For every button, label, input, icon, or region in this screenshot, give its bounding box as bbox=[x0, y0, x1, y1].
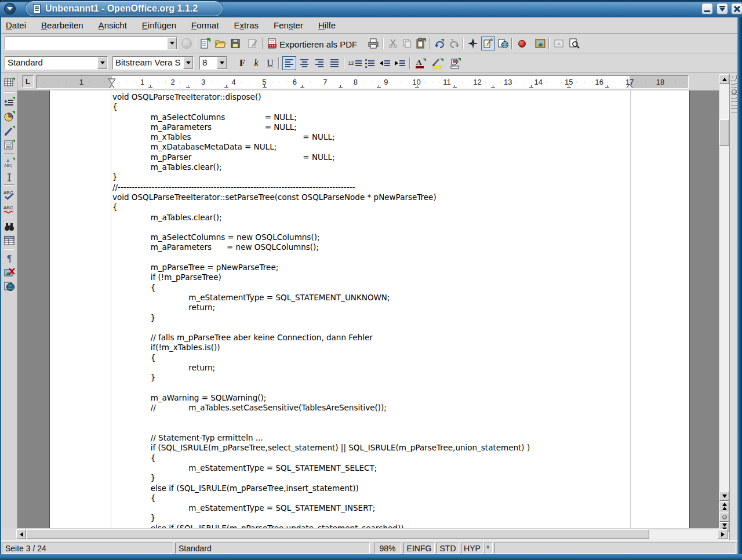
minimize-button[interactable] bbox=[701, 3, 713, 14]
autospellcheck-button[interactable]: ABC bbox=[2, 202, 16, 216]
separator bbox=[344, 57, 345, 69]
bold-button[interactable]: F bbox=[235, 56, 249, 70]
vertical-scrollbar[interactable] bbox=[719, 74, 729, 540]
spellcheck-button[interactable]: ABC bbox=[2, 188, 16, 202]
maximize-button[interactable] bbox=[716, 3, 728, 14]
align-right-button[interactable] bbox=[312, 56, 326, 70]
title-pill: Unbenannt1 - OpenOffice.org 1.1.2 bbox=[26, 1, 223, 16]
align-left-button[interactable] bbox=[282, 56, 296, 70]
previous-page-button[interactable] bbox=[719, 501, 729, 511]
insert-button[interactable] bbox=[2, 95, 16, 109]
menu-item-ansicht[interactable]: Ansicht bbox=[99, 20, 127, 30]
close-button[interactable] bbox=[731, 3, 742, 14]
tab-type-selector[interactable]: L bbox=[22, 75, 34, 88]
status-zoom[interactable]: 98% bbox=[374, 543, 401, 554]
separator bbox=[511, 38, 512, 49]
status-insert-mode[interactable]: EINFG bbox=[403, 543, 435, 554]
page[interactable]: void OSQLParseTreeIterator::dispose() { … bbox=[49, 90, 690, 528]
new-document-button[interactable] bbox=[198, 37, 212, 50]
paste-button[interactable] bbox=[414, 37, 428, 50]
horizontal-scroll-thumb[interactable] bbox=[27, 529, 649, 539]
online-layout-button[interactable] bbox=[2, 279, 16, 293]
insert-icon bbox=[3, 96, 15, 108]
autotext-button[interactable]: AABC bbox=[2, 156, 16, 170]
zoom-button[interactable] bbox=[567, 37, 581, 50]
ruler-tick bbox=[340, 82, 341, 82]
underline-button[interactable]: U bbox=[263, 56, 277, 70]
url-combobox[interactable] bbox=[5, 37, 177, 50]
menu-item-hilfe[interactable]: Hilfe bbox=[318, 20, 336, 30]
form-functions-button[interactable] bbox=[2, 138, 16, 152]
open-button[interactable] bbox=[213, 37, 227, 50]
size-dropdown-button[interactable] bbox=[217, 57, 227, 69]
align-center-button[interactable] bbox=[297, 56, 311, 70]
font-name-combobox[interactable]: Bitstream Vera S bbox=[112, 56, 194, 70]
undo-button[interactable] bbox=[432, 37, 446, 50]
graphics-onoff-button[interactable] bbox=[2, 266, 16, 279]
font-color-button[interactable]: A bbox=[413, 56, 427, 70]
indent-marker-left[interactable] bbox=[108, 78, 116, 89]
background-color-button[interactable] bbox=[448, 56, 462, 70]
navigation-button[interactable] bbox=[719, 512, 729, 522]
find-button[interactable] bbox=[2, 220, 16, 234]
print-button[interactable] bbox=[366, 37, 380, 50]
increase-indent-button[interactable] bbox=[393, 56, 407, 70]
horizontal-scrollbar[interactable] bbox=[16, 529, 728, 540]
vertical-scroll-thumb[interactable] bbox=[719, 119, 729, 146]
scroll-left-button[interactable] bbox=[16, 529, 26, 539]
font-dropdown-button[interactable] bbox=[183, 57, 193, 69]
data-sources-button[interactable] bbox=[2, 234, 16, 248]
ruler-tick bbox=[89, 82, 90, 82]
stylist-button[interactable] bbox=[481, 37, 495, 50]
ruler-tabstop bbox=[263, 85, 267, 88]
decrease-indent-button[interactable] bbox=[378, 56, 392, 70]
menu-item-extras[interactable]: Extras bbox=[234, 20, 259, 30]
bullet-list-button[interactable] bbox=[363, 56, 377, 70]
url-dropdown-button[interactable] bbox=[167, 37, 177, 49]
navigator-button[interactable] bbox=[466, 37, 480, 50]
status-selection-mode[interactable]: STD bbox=[437, 543, 459, 554]
numbered-list-button[interactable]: 12 bbox=[348, 56, 362, 70]
status-page[interactable]: Seite 3 / 24 bbox=[2, 543, 173, 554]
menu-item-fenster[interactable]: Fenster bbox=[274, 20, 303, 30]
window-menu-button[interactable] bbox=[4, 3, 16, 14]
status-page-style[interactable]: Standard bbox=[175, 543, 370, 554]
direct-cursor-button[interactable] bbox=[2, 170, 16, 184]
nonprinting-characters-button[interactable]: ¶ bbox=[2, 252, 16, 266]
document-text[interactable]: void OSQLParseTreeIterator::dispose() { … bbox=[112, 92, 530, 528]
insert-table-button[interactable] bbox=[2, 75, 16, 89]
redo-button[interactable] bbox=[448, 37, 461, 50]
copy-button[interactable] bbox=[400, 37, 414, 50]
document-view[interactable]: void OSQLParseTreeIterator::dispose() { … bbox=[17, 90, 719, 528]
status-hyperlink-mode[interactable]: HYP bbox=[461, 543, 483, 554]
url-input[interactable] bbox=[5, 37, 167, 49]
menu-item-einfügen[interactable]: Einfügen bbox=[142, 20, 176, 30]
export-pdf-label[interactable]: Exportieren als PDF bbox=[279, 39, 357, 49]
record-button[interactable] bbox=[515, 37, 529, 50]
highlighting-button[interactable] bbox=[431, 56, 445, 70]
scroll-right-button[interactable] bbox=[718, 529, 728, 539]
menu-item-bearbeiten[interactable]: Bearbeiten bbox=[41, 20, 83, 30]
imagemap-button[interactable] bbox=[552, 37, 566, 50]
style-dropdown-button[interactable] bbox=[97, 57, 107, 69]
font-size-combobox[interactable]: 8 bbox=[199, 56, 227, 70]
autotext-icon: AABC bbox=[3, 157, 15, 169]
italic-button[interactable]: k bbox=[249, 56, 263, 70]
save-button[interactable] bbox=[228, 37, 242, 50]
hyperlink-button[interactable] bbox=[496, 37, 510, 50]
ruler[interactable]: 1234567891011121314151617181 bbox=[36, 75, 689, 89]
draw-functions-button[interactable] bbox=[2, 124, 16, 138]
edit-file-button[interactable] bbox=[246, 37, 260, 50]
insert-object-button[interactable] bbox=[2, 110, 16, 123]
cut-button[interactable] bbox=[386, 37, 400, 50]
align-justify-button[interactable] bbox=[328, 56, 341, 70]
gallery-button[interactable] bbox=[533, 37, 547, 50]
window-border-bottom bbox=[0, 554, 742, 560]
scroll-down-button[interactable] bbox=[719, 491, 729, 501]
scroll-up-button[interactable] bbox=[719, 74, 729, 84]
stop-loading-button[interactable] bbox=[180, 37, 194, 50]
paragraph-style-combobox[interactable]: Standard bbox=[5, 56, 108, 70]
menu-item-format[interactable]: Format bbox=[191, 20, 219, 30]
menu-item-datei[interactable]: Datei bbox=[6, 20, 26, 30]
export-pdf-button[interactable] bbox=[265, 37, 279, 50]
